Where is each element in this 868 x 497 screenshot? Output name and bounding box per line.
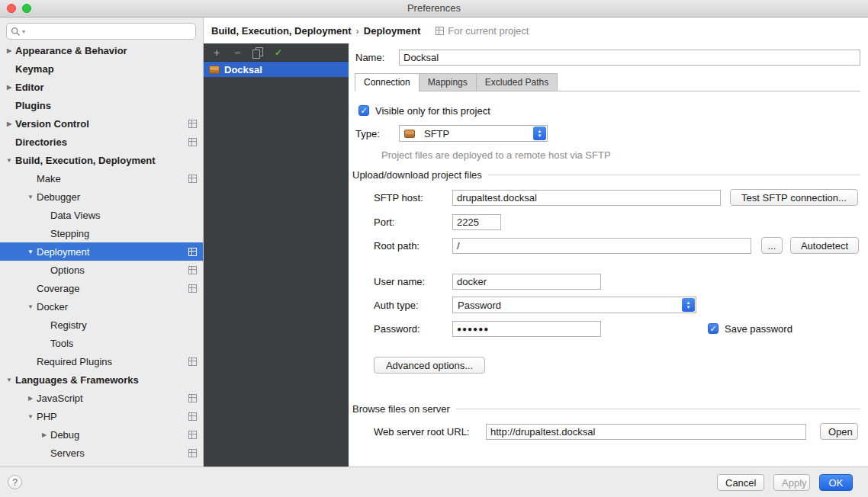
sidebar-item-coverage[interactable]: Coverage: [0, 279, 203, 297]
chevron-right-icon[interactable]: ▶: [3, 84, 15, 91]
sidebar-item-label: JavaScript: [37, 393, 188, 404]
advanced-options-button[interactable]: Advanced options...: [374, 357, 485, 374]
use-as-default-icon[interactable]: ✓: [273, 47, 284, 58]
port-label: Port:: [374, 214, 394, 230]
close-button[interactable]: [7, 4, 16, 13]
sidebar-item-label: Docker: [37, 301, 198, 313]
tab-excluded-paths[interactable]: Excluded Paths: [476, 73, 558, 91]
web-root-input[interactable]: [486, 424, 806, 440]
tab-connection[interactable]: Connection: [355, 73, 420, 91]
sidebar-item-languages-frameworks[interactable]: ▼Languages & Frameworks: [0, 370, 203, 389]
search-icon: [11, 27, 21, 37]
sidebar-item-build-execution-deployment[interactable]: ▼Build, Execution, Deployment: [0, 151, 203, 169]
port-input[interactable]: [452, 214, 501, 230]
per-project-icon: [188, 394, 197, 402]
sidebar-item-label: Coverage: [37, 283, 188, 294]
per-project-icon: [188, 120, 197, 128]
name-input[interactable]: [399, 50, 860, 66]
chevron-down-icon[interactable]: ▼: [24, 248, 37, 255]
type-select[interactable]: SFTP ▲▼: [399, 125, 548, 142]
remove-icon[interactable]: −: [232, 47, 243, 58]
chevron-down-icon[interactable]: ▼: [24, 194, 37, 200]
type-value: SFTP: [424, 128, 449, 139]
visible-only-label: Visible only for this project: [375, 105, 490, 117]
upload-section-header: Upload/download project files: [352, 169, 860, 181]
chevron-down-icon[interactable]: ▼: [3, 157, 15, 164]
sidebar-item-appearance-behavior[interactable]: ▶Appearance & Behavior: [0, 41, 203, 59]
visible-only-checkbox[interactable]: [358, 105, 369, 116]
breadcrumb-parent[interactable]: Build, Execution, Deployment: [211, 25, 351, 37]
sidebar-item-data-views[interactable]: Data Views: [0, 206, 203, 224]
chevron-right-icon[interactable]: ▶: [24, 395, 37, 402]
chevron-right-icon[interactable]: ▶: [3, 47, 15, 54]
tab-mappings[interactable]: Mappings: [419, 73, 477, 91]
scope-label: For current project: [448, 25, 529, 37]
sidebar-item-php[interactable]: ▼PHP: [0, 407, 203, 425]
sidebar-item-debugger[interactable]: ▼Debugger: [0, 188, 203, 206]
sidebar-item-editor[interactable]: ▶Editor: [0, 78, 203, 96]
sidebar-item-plugins[interactable]: Plugins: [0, 96, 203, 114]
breadcrumb: Build, Execution, Deployment › Deploymen…: [204, 18, 868, 43]
sidebar-item-label: Servers: [50, 447, 188, 459]
test-sftp-connection-button[interactable]: Test SFTP connection...: [730, 189, 858, 206]
window-title: Preferences: [0, 0, 868, 17]
per-project-icon: [188, 358, 197, 366]
settings-search-box[interactable]: ▾: [6, 23, 196, 40]
sidebar-item-keymap[interactable]: Keymap: [0, 59, 203, 78]
sidebar-item-tools[interactable]: Tools: [0, 334, 203, 352]
dropdown-arrows-icon: ▲▼: [533, 127, 546, 140]
sidebar-item-label: Options: [50, 265, 188, 276]
chevron-right-icon[interactable]: ▶: [3, 120, 15, 127]
browse-section-header: Browse files on server: [352, 403, 860, 415]
save-password-checkbox[interactable]: [708, 323, 719, 334]
chevron-right-icon[interactable]: ▶: [38, 431, 50, 438]
sidebar-item-javascript[interactable]: ▶JavaScript: [0, 389, 203, 407]
sidebar-item-make[interactable]: Make: [0, 169, 203, 188]
sidebar-item-stepping[interactable]: Stepping: [0, 224, 203, 242]
sidebar-item-debug[interactable]: ▶Debug: [0, 425, 203, 444]
add-icon[interactable]: +: [211, 47, 222, 58]
sidebar-item-label: Make: [37, 173, 188, 184]
sidebar-item-label: Version Control: [15, 118, 188, 130]
chevron-down-icon[interactable]: ▼: [24, 413, 37, 420]
sidebar-item-deployment[interactable]: ▼Deployment: [0, 242, 203, 261]
sidebar-item-directories[interactable]: Directories: [0, 133, 203, 151]
sftp-host-input[interactable]: [452, 190, 721, 206]
sidebar-item-options[interactable]: Options: [0, 261, 203, 279]
help-button[interactable]: ?: [8, 475, 22, 489]
autodetect-button[interactable]: Autodetect: [790, 237, 859, 254]
browse-root-path-button[interactable]: ...: [761, 237, 783, 254]
deployment-form: Name: ConnectionMappingsExcluded Paths V…: [349, 43, 868, 467]
cancel-button[interactable]: Cancel: [717, 474, 764, 491]
breadcrumb-current: Deployment: [364, 25, 420, 37]
chevron-down-icon[interactable]: ▼: [3, 377, 15, 383]
apply-button[interactable]: Apply: [773, 474, 810, 491]
chevron-down-icon[interactable]: ▼: [24, 303, 37, 310]
sidebar-item-label: Editor: [15, 82, 198, 93]
footer-bar: ? Cancel Apply OK: [0, 467, 868, 497]
copy-icon[interactable]: [252, 47, 263, 58]
per-project-icon: [436, 27, 444, 35]
server-name: Docksal: [224, 64, 262, 75]
server-list-item-docksal[interactable]: Docksal: [204, 62, 349, 77]
scope-indicator: For current project: [436, 25, 529, 37]
sidebar-item-version-control[interactable]: ▶Version Control: [0, 114, 203, 133]
sidebar-item-servers[interactable]: Servers: [0, 444, 203, 462]
sidebar-item-registry[interactable]: Registry: [0, 316, 203, 334]
auth-type-select[interactable]: Password ▲▼: [452, 297, 696, 313]
open-button[interactable]: Open: [820, 423, 858, 440]
ok-button[interactable]: OK: [819, 474, 853, 491]
user-name-input[interactable]: [452, 274, 601, 290]
zoom-button[interactable]: [22, 4, 31, 13]
root-path-input[interactable]: [452, 238, 751, 254]
search-input[interactable]: [27, 25, 191, 37]
sidebar-item-required-plugins[interactable]: Required Plugins: [0, 352, 203, 370]
per-project-icon: [188, 412, 197, 421]
auth-type-label: Auth type:: [374, 297, 419, 313]
dropdown-arrows-icon: ▲▼: [682, 298, 695, 312]
sidebar-item-docker[interactable]: ▼Docker: [0, 297, 203, 316]
titlebar[interactable]: Preferences: [0, 0, 868, 18]
main-area: Build, Execution, Deployment › Deploymen…: [204, 18, 868, 467]
per-project-icon: [188, 138, 197, 146]
password-input[interactable]: [452, 321, 601, 337]
